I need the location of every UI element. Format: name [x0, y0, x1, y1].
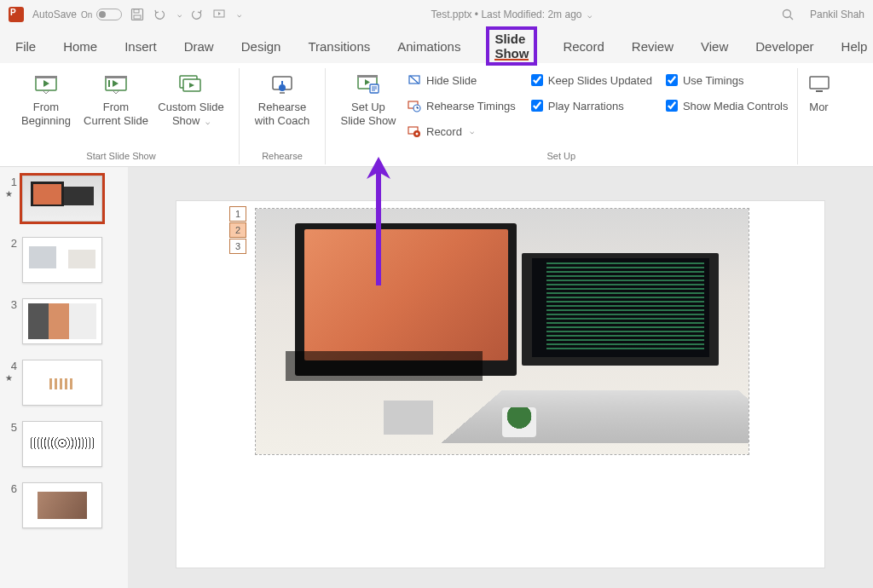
- thumbnail-item[interactable]: 5: [5, 421, 123, 467]
- thumbnail-item[interactable]: 6: [5, 482, 123, 528]
- thumbnail-preview[interactable]: [22, 176, 102, 222]
- autosave-toggle[interactable]: AutoSave On: [32, 9, 122, 20]
- thumbnail-panel[interactable]: 1★ 2 3 4★ 5 6: [0, 167, 128, 588]
- svg-rect-24: [816, 90, 823, 92]
- tab-developer[interactable]: Developer: [754, 36, 815, 57]
- set-up-slide-show-icon: [355, 72, 382, 99]
- animation-star-icon: ★: [5, 374, 17, 383]
- svg-rect-6: [35, 76, 57, 78]
- svg-rect-9: [108, 80, 110, 87]
- group-set-up: Set Up Slide Show Hide Slide Rehearse Ti…: [326, 68, 798, 164]
- title-bar: AutoSave On ⌵ ⌵ Test.pptx • Last Modifie…: [0, 0, 873, 29]
- svg-rect-23: [810, 77, 829, 89]
- thumbnail-item[interactable]: 2: [5, 237, 123, 283]
- rehearse-timings-button[interactable]: Rehearse Timings: [408, 95, 516, 116]
- custom-slide-show-label: Custom Slide Show ⌵: [158, 101, 223, 129]
- group-label: Set Up: [546, 149, 575, 164]
- thumbnail-item[interactable]: 1★: [5, 176, 123, 222]
- svg-rect-2: [134, 15, 141, 19]
- rehearse-with-coach-label: Rehearse with Coach: [255, 101, 309, 129]
- undo-icon[interactable]: [153, 8, 166, 21]
- animation-marker[interactable]: 2: [229, 222, 246, 238]
- thumbnail-preview[interactable]: [22, 421, 102, 467]
- from-current-label: From Current Slide: [84, 101, 148, 129]
- tab-draw[interactable]: Draw: [182, 36, 216, 57]
- tab-design[interactable]: Design: [240, 36, 283, 57]
- hide-slide-icon: [408, 73, 421, 87]
- tab-insert[interactable]: Insert: [123, 36, 159, 57]
- tab-help[interactable]: Help: [840, 36, 870, 57]
- record-icon: [408, 124, 421, 138]
- from-current-button[interactable]: From Current Slide: [82, 68, 150, 132]
- tab-record[interactable]: Record: [561, 36, 605, 57]
- show-media-controls-checkbox[interactable]: Show Media Controls: [666, 95, 789, 116]
- set-up-slide-show-button[interactable]: Set Up Slide Show: [334, 68, 402, 132]
- autosave-state: On: [81, 10, 92, 20]
- slide-stage[interactable]: 1 2 3: [128, 167, 873, 588]
- autosave-label: AutoSave: [32, 9, 77, 20]
- group-label: Rehearse: [262, 149, 303, 164]
- rehearse-timings-icon: [408, 99, 421, 112]
- work-area: 1★ 2 3 4★ 5 6 1 2 3: [0, 167, 873, 588]
- svg-point-4: [783, 10, 790, 18]
- from-beginning-button[interactable]: From Beginning: [12, 68, 80, 132]
- thumbnail-preview[interactable]: [22, 360, 102, 406]
- play-narrations-checkbox[interactable]: Play Narrations: [531, 95, 652, 116]
- custom-slide-show-button[interactable]: Custom Slide Show ⌵: [152, 68, 230, 132]
- animation-markers: 1 2 3: [229, 206, 246, 255]
- ribbon: From Beginning From Current Slide Custom…: [0, 63, 873, 167]
- current-slide[interactable]: 1 2 3: [176, 201, 824, 568]
- thumbnail-preview[interactable]: [22, 482, 102, 528]
- group-monitors: Mor: [798, 68, 832, 164]
- search-icon[interactable]: [781, 8, 795, 21]
- tab-view[interactable]: View: [699, 36, 730, 57]
- from-beginning-label: From Beginning: [21, 101, 71, 129]
- save-icon[interactable]: [130, 8, 144, 21]
- user-name[interactable]: Pankil Shah: [810, 9, 864, 20]
- custom-slide-show-icon: [177, 72, 205, 99]
- document-title[interactable]: Test.pptx • Last Modified: 2m ago ⌵: [241, 9, 781, 20]
- tab-home[interactable]: Home: [61, 36, 99, 57]
- set-up-slide-show-label: Set Up Slide Show: [340, 101, 396, 129]
- hide-slide-button[interactable]: Hide Slide: [408, 70, 516, 90]
- chevron-down-icon: ⌵: [205, 118, 210, 126]
- present-icon[interactable]: [212, 8, 226, 21]
- from-beginning-icon: [32, 72, 60, 99]
- rehearse-with-coach-icon: [269, 72, 296, 99]
- monitors-button[interactable]: Mor: [802, 68, 832, 118]
- toggle-icon: [96, 9, 122, 20]
- tab-animations[interactable]: Animations: [396, 36, 462, 57]
- tab-slide-show[interactable]: Slide Show: [486, 26, 537, 66]
- group-rehearse: Rehearse with Coach Rehearse: [240, 68, 326, 164]
- svg-rect-15: [357, 75, 378, 78]
- monitor-icon: [806, 72, 832, 99]
- svg-point-22: [416, 133, 419, 135]
- use-timings-checkbox[interactable]: Use Timings: [666, 70, 789, 90]
- thumbnail-item[interactable]: 4★: [5, 360, 123, 406]
- tab-file[interactable]: File: [14, 36, 38, 57]
- animation-marker[interactable]: 3: [229, 239, 246, 254]
- thumbnail-preview[interactable]: [22, 237, 102, 283]
- thumbnail-preview[interactable]: [22, 298, 102, 344]
- keep-slides-updated-checkbox[interactable]: Keep Slides Updated: [531, 70, 652, 90]
- slide-image-placeholder[interactable]: [255, 208, 749, 455]
- record-button[interactable]: Record ⌵: [408, 121, 516, 141]
- tab-review[interactable]: Review: [630, 36, 675, 57]
- svg-point-13: [279, 84, 286, 91]
- thumbnail-item[interactable]: 3: [5, 298, 123, 344]
- group-label: Start Slide Show: [86, 149, 155, 164]
- powerpoint-logo-icon: [9, 7, 24, 22]
- group-start-slide-show: From Beginning From Current Slide Custom…: [3, 68, 240, 164]
- animation-marker[interactable]: 1: [229, 206, 246, 222]
- svg-rect-1: [134, 9, 139, 13]
- rehearse-with-coach-button[interactable]: Rehearse with Coach: [248, 68, 316, 132]
- redo-icon[interactable]: [190, 8, 204, 21]
- tab-transitions[interactable]: Transitions: [306, 36, 372, 57]
- from-current-icon: [102, 72, 130, 99]
- chevron-down-icon: ⌵: [470, 127, 474, 135]
- menu-bar: File Home Insert Draw Design Transitions…: [0, 29, 873, 63]
- animation-star-icon: ★: [5, 190, 17, 199]
- undo-dropdown-icon[interactable]: ⌵: [177, 10, 182, 19]
- svg-rect-8: [105, 76, 127, 78]
